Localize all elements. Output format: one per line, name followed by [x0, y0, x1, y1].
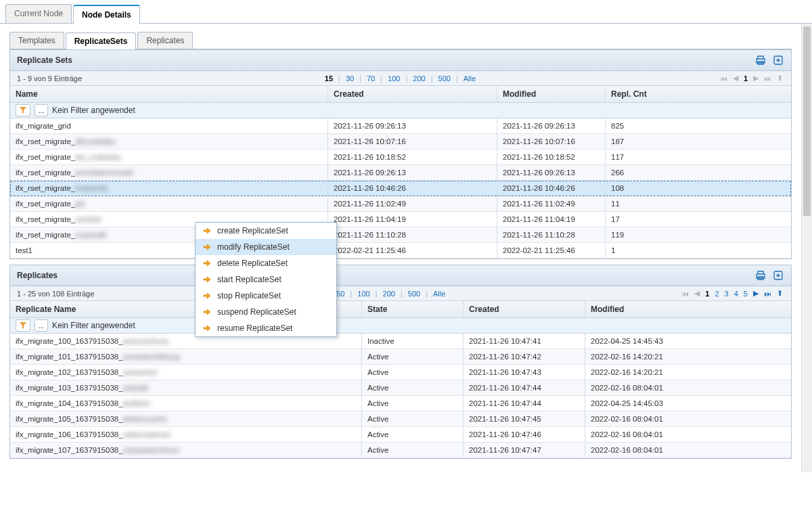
col-created[interactable]: Created	[464, 301, 585, 317]
table-row[interactable]: ifx_migrate_105_1637915038_telefoncacheA…	[10, 411, 791, 427]
pagesize-500[interactable]: 500	[405, 290, 423, 298]
cell-state: Active	[362, 396, 464, 411]
table-row[interactable]: test12022-02-21 11:25:462022-02-21 11:25…	[10, 243, 791, 259]
pager-page-2[interactable]: 2	[713, 290, 720, 298]
cell-created: 2021-11-26 10:47:47	[464, 443, 585, 457]
cell-replicate-name: ifx_migrate_105_1637915038_telefoncache	[10, 411, 362, 426]
col-state[interactable]: State	[362, 301, 464, 317]
cell-replicate-name: ifx_migrate_103_1637915038_statistik	[10, 380, 362, 395]
table-row[interactable]: ifx_rset_migrate_plz2021-11-26 11:02:492…	[10, 196, 791, 212]
pager-next-icon[interactable]: ▶	[752, 289, 760, 298]
cell-created: 2022-02-21 11:25:46	[328, 243, 497, 258]
pager-refresh-icon[interactable]: ⬆	[775, 289, 784, 298]
pagesize-70[interactable]: 70	[364, 74, 378, 83]
table-row[interactable]: ifx_rset_migrate_masterdb2021-11-26 10:4…	[10, 181, 791, 196]
col-repl-cnt[interactable]: Repl. Cnt	[606, 86, 791, 102]
cell-created: 2021-11-26 10:47:44	[464, 380, 585, 395]
col-modified[interactable]: Modified	[585, 301, 791, 317]
table-row[interactable]: ifx_migrate_100_1637915038_amvorschussIn…	[10, 334, 791, 349]
print-icon[interactable]	[754, 54, 767, 66]
export-icon[interactable]	[772, 269, 784, 282]
tab-templates[interactable]: Templates	[9, 32, 64, 49]
table-row[interactable]: ifx_migrate_101_1637915038_amweiterbildu…	[10, 349, 791, 365]
export-icon[interactable]	[772, 54, 784, 66]
table-row[interactable]: ifx_rset_migrate_dbcodetabs2021-11-26 10…	[10, 134, 791, 150]
table-row[interactable]: ifx_rset_migrate_bcl_codetabs2021-11-26 …	[10, 150, 791, 165]
pagesize-30[interactable]: 30	[343, 74, 357, 83]
filter-more-button[interactable]: ...	[35, 319, 48, 332]
table-row[interactable]: ifx_migrate_106_1637915038_uebernahmenAc…	[10, 427, 791, 443]
vertical-scrollbar[interactable]	[801, 24, 812, 472]
filter-icon[interactable]	[16, 104, 30, 116]
table-row[interactable]: ifx_migrate_102_1637915038_amwerte2Activ…	[10, 365, 791, 380]
filter-icon[interactable]	[16, 319, 30, 332]
pager-next-icon[interactable]: ▶	[752, 74, 760, 83]
cell-modified: 2022-02-16 08:04:01	[585, 380, 791, 395]
pagesize-200[interactable]: 200	[380, 290, 398, 298]
rsets-table-head: Name Created Modified Repl. Cnt	[10, 86, 791, 103]
context-menu-item[interactable]: resume ReplicateSet	[196, 320, 336, 336]
pager-page-4[interactable]: 4	[733, 290, 740, 298]
tab-replicates[interactable]: Replicates	[137, 32, 193, 49]
cell-modified: 2021-11-26 10:18:52	[497, 150, 606, 164]
col-created[interactable]: Created	[328, 86, 497, 102]
cell-name: ifx_rset_migrate_plz	[10, 196, 328, 211]
pagesize-100[interactable]: 100	[385, 74, 403, 83]
context-menu-item[interactable]: suspend ReplicateSet	[196, 304, 336, 320]
pager-prev-icon[interactable]: ◀	[693, 289, 701, 298]
rep-range-text: 1 - 25 von 108 Einträge	[17, 290, 94, 298]
pager-first-icon[interactable]: ⏮	[719, 74, 729, 83]
table-row[interactable]: ifx_rset_migrate_vertrieb2021-11-26 11:0…	[10, 212, 791, 227]
cell-modified: 2022-04-25 14:45:03	[585, 396, 791, 411]
tab-current-node[interactable]: Current Node	[5, 4, 72, 23]
scrollbar-thumb[interactable]	[803, 26, 811, 216]
pagesize-200[interactable]: 200	[410, 74, 428, 83]
pager-page-1[interactable]: 1	[742, 74, 749, 83]
cell-created: 2021-11-26 10:47:44	[464, 396, 585, 411]
rsets-filter-row: ... Kein Filter angewendet	[10, 103, 791, 118]
context-menu-item[interactable]: stop ReplicateSet	[196, 288, 336, 304]
tab-replicatesets[interactable]: ReplicateSets	[66, 32, 137, 49]
pager-last-icon[interactable]: ⏭	[763, 74, 773, 83]
table-row[interactable]: ifx_migrate_104_1637915038_tariflohnActi…	[10, 396, 791, 411]
context-menu-label: delete ReplicateSet	[217, 259, 288, 268]
panel-title: Replicates	[17, 271, 58, 280]
context-menu-item[interactable]: create ReplicateSet	[196, 223, 336, 239]
arrow-right-icon	[202, 259, 212, 268]
pager-refresh-icon[interactable]: ⬆	[775, 74, 784, 83]
tab-node-details[interactable]: Node Details	[73, 5, 140, 24]
cell-repl-cnt: 17	[606, 212, 791, 227]
pager-page-1[interactable]: 1	[704, 290, 710, 298]
rep-pager: ⏮ ◀ 1 2 3 4 5 ▶ ⏭ ⬆	[680, 289, 784, 298]
table-row[interactable]: ifx_rset_migrate_zusatzdb2021-11-26 11:1…	[10, 227, 791, 243]
pager-page-5[interactable]: 5	[742, 290, 749, 298]
context-menu-item[interactable]: delete ReplicateSet	[196, 255, 336, 271]
cell-replicate-name: ifx_migrate_102_1637915038_amwerte2	[10, 365, 362, 380]
col-name[interactable]: Name	[10, 86, 328, 102]
rsets-toolbar: 1 - 9 von 9 Einträge 15| 30| 70| 100| 20…	[10, 71, 791, 86]
table-row[interactable]: ifx_migrate_107_1637915038_urlaubabschlu…	[10, 443, 791, 458]
replicates-header: Replicates	[10, 265, 791, 286]
pagesize-500[interactable]: 500	[436, 74, 453, 83]
cell-created: 2021-11-26 10:47:46	[464, 427, 585, 442]
cell-replicate-name: ifx_migrate_106_1637915038_uebernahmen	[10, 427, 362, 442]
col-modified[interactable]: Modified	[497, 86, 606, 102]
pager-prev-icon[interactable]: ◀	[731, 74, 740, 83]
context-menu-item[interactable]: start ReplicateSet	[196, 271, 336, 288]
table-row[interactable]: ifx_migrate_103_1637915038_statistikActi…	[10, 380, 791, 396]
pager-first-icon[interactable]: ⏮	[680, 290, 690, 298]
pager-page-3[interactable]: 3	[723, 290, 730, 298]
context-menu-item[interactable]: modify ReplicateSet	[196, 239, 336, 255]
inner-tabs: Templates ReplicateSets Replicates	[9, 32, 792, 49]
table-row[interactable]: ifx_migrate_grid2021-11-26 09:26:132021-…	[10, 118, 791, 134]
print-icon[interactable]	[754, 269, 767, 282]
pagesize-100[interactable]: 100	[355, 290, 372, 298]
pagesize-all[interactable]: Alle	[461, 74, 478, 83]
pagesize-15[interactable]: 15	[322, 74, 336, 83]
table-row[interactable]: ifx_rset_migrate_kerndatenmodell2021-11-…	[10, 165, 791, 181]
pagesize-all[interactable]: Alle	[430, 290, 448, 298]
cell-repl-cnt: 266	[606, 165, 791, 180]
pager-last-icon[interactable]: ⏭	[763, 290, 773, 298]
cell-replicate-name: ifx_migrate_104_1637915038_tariflohn	[10, 396, 362, 411]
filter-more-button[interactable]: ...	[35, 104, 48, 116]
